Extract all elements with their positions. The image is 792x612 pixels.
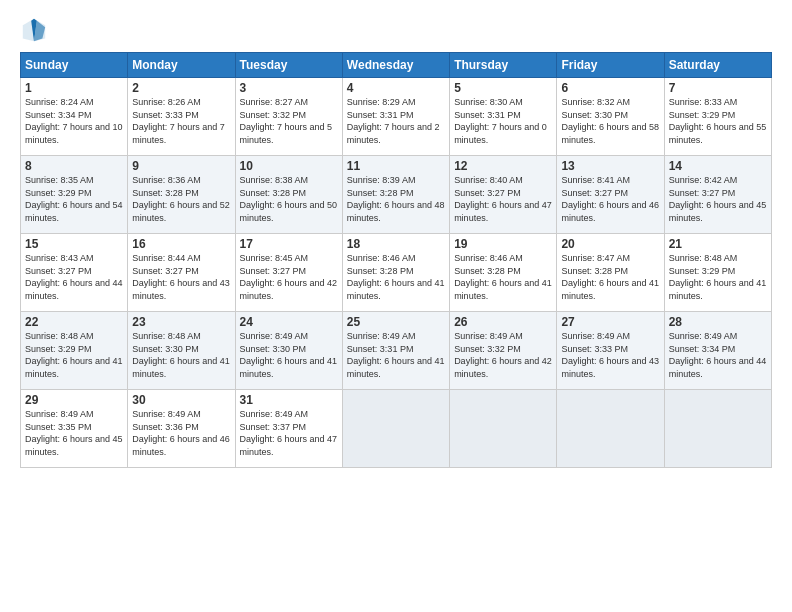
calendar-table: Sunday Monday Tuesday Wednesday Thursday… <box>20 52 772 468</box>
table-cell: 10Sunrise: 8:38 AMSunset: 3:28 PMDayligh… <box>235 156 342 234</box>
table-cell: 28Sunrise: 8:49 AMSunset: 3:34 PMDayligh… <box>664 312 771 390</box>
cell-text: Sunrise: 8:26 AMSunset: 3:33 PMDaylight:… <box>132 97 225 145</box>
cell-text: Sunrise: 8:49 AMSunset: 3:37 PMDaylight:… <box>240 409 338 457</box>
calendar-header: Sunday Monday Tuesday Wednesday Thursday… <box>21 53 772 78</box>
header-row: Sunday Monday Tuesday Wednesday Thursday… <box>21 53 772 78</box>
col-friday: Friday <box>557 53 664 78</box>
cell-text: Sunrise: 8:49 AMSunset: 3:36 PMDaylight:… <box>132 409 230 457</box>
table-cell: 29Sunrise: 8:49 AMSunset: 3:35 PMDayligh… <box>21 390 128 468</box>
day-number: 27 <box>561 315 659 329</box>
logo <box>20 16 52 44</box>
table-cell: 1Sunrise: 8:24 AMSunset: 3:34 PMDaylight… <box>21 78 128 156</box>
cell-text: Sunrise: 8:49 AMSunset: 3:34 PMDaylight:… <box>669 331 767 379</box>
table-cell <box>557 390 664 468</box>
table-cell: 12Sunrise: 8:40 AMSunset: 3:27 PMDayligh… <box>450 156 557 234</box>
cell-text: Sunrise: 8:45 AMSunset: 3:27 PMDaylight:… <box>240 253 338 301</box>
table-cell <box>450 390 557 468</box>
table-cell: 23Sunrise: 8:48 AMSunset: 3:30 PMDayligh… <box>128 312 235 390</box>
day-number: 6 <box>561 81 659 95</box>
table-cell: 13Sunrise: 8:41 AMSunset: 3:27 PMDayligh… <box>557 156 664 234</box>
table-cell: 2Sunrise: 8:26 AMSunset: 3:33 PMDaylight… <box>128 78 235 156</box>
col-saturday: Saturday <box>664 53 771 78</box>
table-cell: 15Sunrise: 8:43 AMSunset: 3:27 PMDayligh… <box>21 234 128 312</box>
cell-text: Sunrise: 8:40 AMSunset: 3:27 PMDaylight:… <box>454 175 552 223</box>
table-cell: 26Sunrise: 8:49 AMSunset: 3:32 PMDayligh… <box>450 312 557 390</box>
cell-text: Sunrise: 8:39 AMSunset: 3:28 PMDaylight:… <box>347 175 445 223</box>
table-cell: 22Sunrise: 8:48 AMSunset: 3:29 PMDayligh… <box>21 312 128 390</box>
cell-text: Sunrise: 8:46 AMSunset: 3:28 PMDaylight:… <box>347 253 445 301</box>
day-number: 25 <box>347 315 445 329</box>
cell-text: Sunrise: 8:49 AMSunset: 3:32 PMDaylight:… <box>454 331 552 379</box>
day-number: 16 <box>132 237 230 251</box>
col-wednesday: Wednesday <box>342 53 449 78</box>
table-cell: 24Sunrise: 8:49 AMSunset: 3:30 PMDayligh… <box>235 312 342 390</box>
logo-icon <box>20 16 48 44</box>
day-number: 1 <box>25 81 123 95</box>
day-number: 20 <box>561 237 659 251</box>
table-cell: 6Sunrise: 8:32 AMSunset: 3:30 PMDaylight… <box>557 78 664 156</box>
cell-text: Sunrise: 8:30 AMSunset: 3:31 PMDaylight:… <box>454 97 547 145</box>
calendar-page: Sunday Monday Tuesday Wednesday Thursday… <box>0 0 792 612</box>
day-number: 15 <box>25 237 123 251</box>
table-cell: 7Sunrise: 8:33 AMSunset: 3:29 PMDaylight… <box>664 78 771 156</box>
cell-text: Sunrise: 8:43 AMSunset: 3:27 PMDaylight:… <box>25 253 123 301</box>
table-cell: 21Sunrise: 8:48 AMSunset: 3:29 PMDayligh… <box>664 234 771 312</box>
day-number: 9 <box>132 159 230 173</box>
day-number: 10 <box>240 159 338 173</box>
day-number: 21 <box>669 237 767 251</box>
table-cell: 4Sunrise: 8:29 AMSunset: 3:31 PMDaylight… <box>342 78 449 156</box>
col-sunday: Sunday <box>21 53 128 78</box>
cell-text: Sunrise: 8:44 AMSunset: 3:27 PMDaylight:… <box>132 253 230 301</box>
cell-text: Sunrise: 8:33 AMSunset: 3:29 PMDaylight:… <box>669 97 767 145</box>
day-number: 4 <box>347 81 445 95</box>
page-header <box>20 16 772 44</box>
table-cell: 16Sunrise: 8:44 AMSunset: 3:27 PMDayligh… <box>128 234 235 312</box>
table-cell: 8Sunrise: 8:35 AMSunset: 3:29 PMDaylight… <box>21 156 128 234</box>
day-number: 7 <box>669 81 767 95</box>
day-number: 24 <box>240 315 338 329</box>
day-number: 8 <box>25 159 123 173</box>
col-thursday: Thursday <box>450 53 557 78</box>
table-cell: 5Sunrise: 8:30 AMSunset: 3:31 PMDaylight… <box>450 78 557 156</box>
cell-text: Sunrise: 8:36 AMSunset: 3:28 PMDaylight:… <box>132 175 230 223</box>
table-cell: 9Sunrise: 8:36 AMSunset: 3:28 PMDaylight… <box>128 156 235 234</box>
day-number: 22 <box>25 315 123 329</box>
day-number: 29 <box>25 393 123 407</box>
day-number: 23 <box>132 315 230 329</box>
cell-text: Sunrise: 8:48 AMSunset: 3:29 PMDaylight:… <box>669 253 767 301</box>
day-number: 30 <box>132 393 230 407</box>
table-cell: 27Sunrise: 8:49 AMSunset: 3:33 PMDayligh… <box>557 312 664 390</box>
day-number: 11 <box>347 159 445 173</box>
day-number: 13 <box>561 159 659 173</box>
table-cell: 19Sunrise: 8:46 AMSunset: 3:28 PMDayligh… <box>450 234 557 312</box>
day-number: 14 <box>669 159 767 173</box>
table-cell <box>342 390 449 468</box>
cell-text: Sunrise: 8:38 AMSunset: 3:28 PMDaylight:… <box>240 175 338 223</box>
table-cell: 31Sunrise: 8:49 AMSunset: 3:37 PMDayligh… <box>235 390 342 468</box>
day-number: 28 <box>669 315 767 329</box>
day-number: 26 <box>454 315 552 329</box>
day-number: 3 <box>240 81 338 95</box>
cell-text: Sunrise: 8:42 AMSunset: 3:27 PMDaylight:… <box>669 175 767 223</box>
day-number: 19 <box>454 237 552 251</box>
day-number: 18 <box>347 237 445 251</box>
cell-text: Sunrise: 8:48 AMSunset: 3:30 PMDaylight:… <box>132 331 230 379</box>
table-cell: 14Sunrise: 8:42 AMSunset: 3:27 PMDayligh… <box>664 156 771 234</box>
table-cell: 11Sunrise: 8:39 AMSunset: 3:28 PMDayligh… <box>342 156 449 234</box>
day-number: 5 <box>454 81 552 95</box>
table-cell: 3Sunrise: 8:27 AMSunset: 3:32 PMDaylight… <box>235 78 342 156</box>
day-number: 31 <box>240 393 338 407</box>
col-monday: Monday <box>128 53 235 78</box>
cell-text: Sunrise: 8:46 AMSunset: 3:28 PMDaylight:… <box>454 253 552 301</box>
cell-text: Sunrise: 8:49 AMSunset: 3:33 PMDaylight:… <box>561 331 659 379</box>
table-cell: 18Sunrise: 8:46 AMSunset: 3:28 PMDayligh… <box>342 234 449 312</box>
col-tuesday: Tuesday <box>235 53 342 78</box>
cell-text: Sunrise: 8:47 AMSunset: 3:28 PMDaylight:… <box>561 253 659 301</box>
cell-text: Sunrise: 8:49 AMSunset: 3:35 PMDaylight:… <box>25 409 123 457</box>
cell-text: Sunrise: 8:49 AMSunset: 3:30 PMDaylight:… <box>240 331 338 379</box>
calendar-body: 1Sunrise: 8:24 AMSunset: 3:34 PMDaylight… <box>21 78 772 468</box>
cell-text: Sunrise: 8:32 AMSunset: 3:30 PMDaylight:… <box>561 97 659 145</box>
cell-text: Sunrise: 8:48 AMSunset: 3:29 PMDaylight:… <box>25 331 123 379</box>
cell-text: Sunrise: 8:49 AMSunset: 3:31 PMDaylight:… <box>347 331 445 379</box>
table-cell: 20Sunrise: 8:47 AMSunset: 3:28 PMDayligh… <box>557 234 664 312</box>
